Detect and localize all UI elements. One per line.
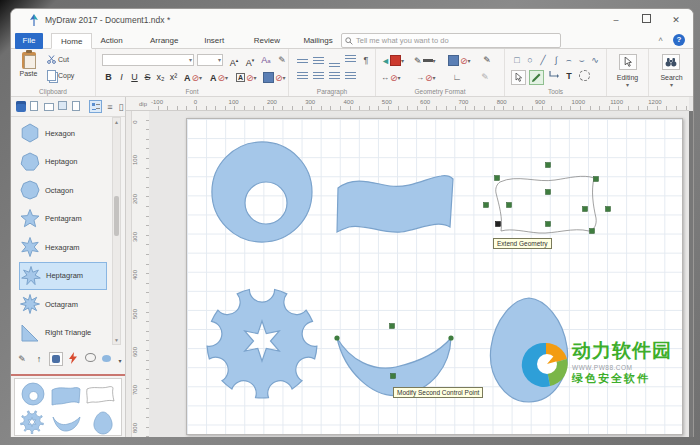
control-handle[interactable] — [590, 229, 595, 234]
wave-endpoint-handle[interactable] — [448, 335, 453, 340]
tab-insert[interactable]: Insert — [195, 33, 233, 49]
font-style-button-xx[interactable]: x² — [167, 71, 180, 84]
gear-shape[interactable] — [207, 290, 317, 398]
copy-library-icon[interactable] — [72, 101, 84, 113]
shape-list-item-heptagon[interactable]: Heptagon — [19, 148, 107, 176]
search-button[interactable] — [662, 54, 680, 70]
shape-tool-0[interactable]: □ — [510, 53, 524, 67]
shape-tool-3[interactable]: ∫ — [549, 53, 563, 67]
donut-shape[interactable] — [212, 142, 312, 242]
help-button[interactable]: ? — [673, 34, 685, 46]
control-handle[interactable] — [484, 203, 489, 208]
shape-list-scrollbar[interactable]: ▲ ▼ — [112, 117, 121, 345]
tab-home[interactable]: Home — [51, 33, 92, 49]
font-name-combo[interactable] — [102, 54, 194, 66]
grow-font-button[interactable]: A▴ — [227, 53, 241, 67]
corner-rounding-icon[interactable]: ∟ — [450, 70, 464, 84]
editing-button[interactable] — [619, 54, 637, 70]
collapse-ribbon-button[interactable]: ˄ — [658, 35, 663, 44]
justify-icon[interactable] — [343, 71, 357, 85]
shape-list-item-hexagram[interactable]: Hexagram — [19, 233, 107, 261]
maximize-button[interactable] — [631, 9, 661, 31]
text-tool-button[interactable]: T — [562, 69, 576, 83]
connector-tool-button[interactable] — [547, 70, 561, 84]
font-size-combo[interactable] — [197, 54, 223, 66]
nudge-tool-button[interactable] — [529, 70, 544, 85]
shadow-color-button[interactable]: ⊘▾ — [448, 54, 471, 67]
scrollbar-thumb[interactable] — [114, 196, 119, 236]
line-spacing-icon[interactable] — [343, 54, 357, 68]
shape-tool-4[interactable]: ⌢ — [562, 53, 576, 67]
view-thumbnails-icon[interactable] — [89, 100, 101, 112]
align-middle-icon[interactable] — [311, 54, 325, 68]
close-button[interactable]: ✕ — [661, 9, 691, 31]
lightning-icon[interactable] — [66, 352, 80, 366]
font-style-button-u[interactable]: U — [128, 71, 141, 84]
save-library-icon[interactable] — [58, 101, 70, 113]
font-style-button-i[interactable]: I — [115, 71, 128, 84]
change-case-button[interactable]: Aa — [259, 53, 273, 67]
page-preview[interactable] — [14, 378, 122, 436]
control-handle[interactable] — [606, 207, 611, 212]
library-icon[interactable] — [16, 101, 28, 113]
format-painter-icon[interactable]: ✎ — [275, 53, 289, 67]
paste-button[interactable]: Paste — [15, 52, 42, 87]
align-bottom-icon[interactable] — [327, 54, 341, 68]
text-fill-color-button[interactable]: ⊘▾ — [263, 71, 286, 84]
text-box-color-button[interactable]: A⊘▾ — [236, 71, 257, 84]
control-handle[interactable] — [546, 222, 551, 227]
canvas-vertical-scrollbar[interactable] — [689, 111, 694, 437]
shape-tool-2[interactable]: ╱ — [536, 53, 550, 67]
brush-icon[interactable]: ✎ — [480, 53, 494, 67]
tab-file[interactable]: File — [15, 33, 43, 49]
canvas-viewport[interactable]: Extend Geometry Modify Second Control Po… — [149, 111, 689, 437]
lasso-tool-button[interactable] — [577, 70, 591, 84]
control-handle[interactable] — [594, 177, 599, 182]
tab-arrange[interactable]: Arrange — [141, 33, 187, 49]
wave-control-handle[interactable] — [390, 324, 395, 329]
align-right-icon[interactable] — [327, 71, 341, 85]
stroke-style-button[interactable]: ✎▾ — [414, 54, 436, 67]
end-arrowhead-button[interactable]: →⊘▾ — [416, 71, 436, 84]
highlight-color-button[interactable]: A⊘▾ — [210, 71, 228, 84]
wave-endpoint-handle[interactable] — [334, 335, 339, 340]
font-style-button-b[interactable]: B — [102, 71, 115, 84]
active-control-handle[interactable] — [496, 222, 501, 227]
pilcrow-icon[interactable]: ¶ — [359, 53, 373, 67]
begin-arrowhead-button[interactable]: ↔⊘▾ — [381, 71, 401, 84]
more-dropdown-icon[interactable]: ▾ — [113, 354, 127, 368]
shape-tool-5[interactable]: ⌣ — [575, 53, 589, 67]
shape-tool-6[interactable]: ∿ — [588, 53, 602, 67]
shape-list-item-right-triangle[interactable]: Right Triangle — [19, 319, 107, 347]
drawing-page[interactable]: Extend Geometry Modify Second Control Po… — [186, 118, 683, 435]
shape-list-item-octagram[interactable]: Octagram — [19, 290, 107, 318]
control-handle[interactable] — [495, 176, 500, 181]
shape-mode-icon[interactable] — [49, 352, 63, 366]
tab-action[interactable]: Action — [91, 33, 131, 49]
cut-button[interactable]: Cut — [47, 55, 69, 64]
align-top-icon[interactable] — [295, 54, 309, 68]
font-style-button-s[interactable]: S — [141, 71, 154, 84]
font-style-button-xx[interactable]: x₂ — [154, 71, 167, 84]
copy-button[interactable]: Copy — [47, 70, 74, 81]
shrink-font-button[interactable]: A▾ — [243, 53, 257, 67]
shape-list-item-octagon[interactable]: Octagon — [19, 176, 107, 204]
edit-geometry-icon[interactable]: ✎ — [15, 352, 29, 366]
control-handle[interactable] — [546, 190, 551, 195]
new-library-icon[interactable] — [30, 101, 42, 113]
tell-me-search-box[interactable]: Tell me what you want to do — [341, 33, 561, 48]
shape-list-item-heptagram[interactable]: Heptagram — [19, 262, 107, 290]
move-up-icon[interactable]: ↑ — [32, 352, 46, 366]
control-handle[interactable] — [546, 163, 551, 168]
ellipse-outline-icon[interactable] — [83, 352, 97, 366]
open-library-icon[interactable] — [44, 101, 56, 113]
wavy-rect-shape[interactable] — [337, 176, 453, 233]
align-left-icon[interactable] — [295, 71, 309, 85]
blob-icon[interactable] — [99, 352, 113, 366]
wave-control-handle[interactable] — [391, 374, 396, 379]
align-center-icon[interactable] — [311, 71, 325, 85]
tab-review[interactable]: Review — [245, 33, 289, 49]
tab-mailings[interactable]: Mailings — [294, 33, 341, 49]
control-handle[interactable] — [507, 203, 512, 208]
shape-list-item-hexagon[interactable]: Hexagon — [19, 119, 107, 147]
